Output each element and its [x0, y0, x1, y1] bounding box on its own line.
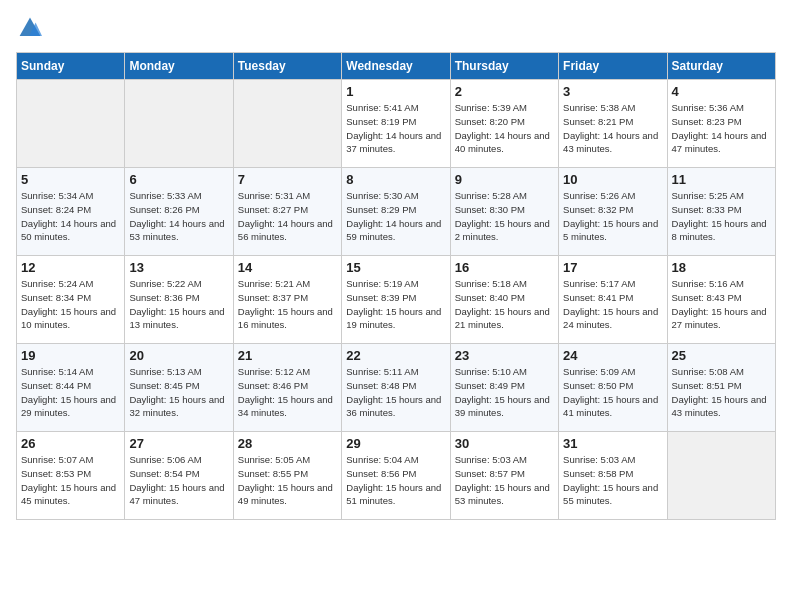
- calendar-cell: 19Sunrise: 5:14 AM Sunset: 8:44 PM Dayli…: [17, 344, 125, 432]
- day-info: Sunrise: 5:33 AM Sunset: 8:26 PM Dayligh…: [129, 189, 228, 244]
- day-info: Sunrise: 5:04 AM Sunset: 8:56 PM Dayligh…: [346, 453, 445, 508]
- day-number: 15: [346, 260, 445, 275]
- day-number: 1: [346, 84, 445, 99]
- calendar-cell: 25Sunrise: 5:08 AM Sunset: 8:51 PM Dayli…: [667, 344, 775, 432]
- day-number: 17: [563, 260, 662, 275]
- calendar-cell: [667, 432, 775, 520]
- calendar-cell: 16Sunrise: 5:18 AM Sunset: 8:40 PM Dayli…: [450, 256, 558, 344]
- day-info: Sunrise: 5:06 AM Sunset: 8:54 PM Dayligh…: [129, 453, 228, 508]
- day-info: Sunrise: 5:26 AM Sunset: 8:32 PM Dayligh…: [563, 189, 662, 244]
- calendar-cell: 9Sunrise: 5:28 AM Sunset: 8:30 PM Daylig…: [450, 168, 558, 256]
- day-info: Sunrise: 5:34 AM Sunset: 8:24 PM Dayligh…: [21, 189, 120, 244]
- day-number: 8: [346, 172, 445, 187]
- day-number: 4: [672, 84, 771, 99]
- calendar-cell: 13Sunrise: 5:22 AM Sunset: 8:36 PM Dayli…: [125, 256, 233, 344]
- day-number: 10: [563, 172, 662, 187]
- day-number: 18: [672, 260, 771, 275]
- day-info: Sunrise: 5:18 AM Sunset: 8:40 PM Dayligh…: [455, 277, 554, 332]
- day-info: Sunrise: 5:31 AM Sunset: 8:27 PM Dayligh…: [238, 189, 337, 244]
- calendar-cell: 28Sunrise: 5:05 AM Sunset: 8:55 PM Dayli…: [233, 432, 341, 520]
- calendar-cell: 14Sunrise: 5:21 AM Sunset: 8:37 PM Dayli…: [233, 256, 341, 344]
- calendar-cell: 22Sunrise: 5:11 AM Sunset: 8:48 PM Dayli…: [342, 344, 450, 432]
- week-row-2: 5Sunrise: 5:34 AM Sunset: 8:24 PM Daylig…: [17, 168, 776, 256]
- calendar-cell: 10Sunrise: 5:26 AM Sunset: 8:32 PM Dayli…: [559, 168, 667, 256]
- day-info: Sunrise: 5:03 AM Sunset: 8:58 PM Dayligh…: [563, 453, 662, 508]
- day-number: 12: [21, 260, 120, 275]
- day-number: 24: [563, 348, 662, 363]
- week-row-4: 19Sunrise: 5:14 AM Sunset: 8:44 PM Dayli…: [17, 344, 776, 432]
- day-number: 27: [129, 436, 228, 451]
- day-number: 21: [238, 348, 337, 363]
- calendar-cell: 5Sunrise: 5:34 AM Sunset: 8:24 PM Daylig…: [17, 168, 125, 256]
- day-number: 3: [563, 84, 662, 99]
- day-header-saturday: Saturday: [667, 53, 775, 80]
- calendar-table: SundayMondayTuesdayWednesdayThursdayFrid…: [16, 52, 776, 520]
- logo-icon: [18, 16, 42, 40]
- day-info: Sunrise: 5:19 AM Sunset: 8:39 PM Dayligh…: [346, 277, 445, 332]
- day-header-sunday: Sunday: [17, 53, 125, 80]
- day-info: Sunrise: 5:41 AM Sunset: 8:19 PM Dayligh…: [346, 101, 445, 156]
- day-number: 22: [346, 348, 445, 363]
- day-number: 6: [129, 172, 228, 187]
- day-number: 2: [455, 84, 554, 99]
- calendar-cell: 30Sunrise: 5:03 AM Sunset: 8:57 PM Dayli…: [450, 432, 558, 520]
- day-info: Sunrise: 5:25 AM Sunset: 8:33 PM Dayligh…: [672, 189, 771, 244]
- calendar-cell: [125, 80, 233, 168]
- day-number: 5: [21, 172, 120, 187]
- day-info: Sunrise: 5:16 AM Sunset: 8:43 PM Dayligh…: [672, 277, 771, 332]
- header: [16, 16, 776, 40]
- day-number: 11: [672, 172, 771, 187]
- calendar-cell: 4Sunrise: 5:36 AM Sunset: 8:23 PM Daylig…: [667, 80, 775, 168]
- day-number: 20: [129, 348, 228, 363]
- calendar-cell: 15Sunrise: 5:19 AM Sunset: 8:39 PM Dayli…: [342, 256, 450, 344]
- day-info: Sunrise: 5:11 AM Sunset: 8:48 PM Dayligh…: [346, 365, 445, 420]
- day-number: 14: [238, 260, 337, 275]
- day-info: Sunrise: 5:24 AM Sunset: 8:34 PM Dayligh…: [21, 277, 120, 332]
- day-info: Sunrise: 5:07 AM Sunset: 8:53 PM Dayligh…: [21, 453, 120, 508]
- calendar-cell: 18Sunrise: 5:16 AM Sunset: 8:43 PM Dayli…: [667, 256, 775, 344]
- day-number: 25: [672, 348, 771, 363]
- day-info: Sunrise: 5:10 AM Sunset: 8:49 PM Dayligh…: [455, 365, 554, 420]
- day-number: 29: [346, 436, 445, 451]
- day-info: Sunrise: 5:28 AM Sunset: 8:30 PM Dayligh…: [455, 189, 554, 244]
- logo: [16, 16, 42, 40]
- day-number: 16: [455, 260, 554, 275]
- week-row-3: 12Sunrise: 5:24 AM Sunset: 8:34 PM Dayli…: [17, 256, 776, 344]
- calendar-cell: [233, 80, 341, 168]
- day-info: Sunrise: 5:12 AM Sunset: 8:46 PM Dayligh…: [238, 365, 337, 420]
- calendar-cell: 3Sunrise: 5:38 AM Sunset: 8:21 PM Daylig…: [559, 80, 667, 168]
- day-number: 19: [21, 348, 120, 363]
- day-info: Sunrise: 5:21 AM Sunset: 8:37 PM Dayligh…: [238, 277, 337, 332]
- calendar-cell: 31Sunrise: 5:03 AM Sunset: 8:58 PM Dayli…: [559, 432, 667, 520]
- day-number: 30: [455, 436, 554, 451]
- calendar-cell: 26Sunrise: 5:07 AM Sunset: 8:53 PM Dayli…: [17, 432, 125, 520]
- day-info: Sunrise: 5:09 AM Sunset: 8:50 PM Dayligh…: [563, 365, 662, 420]
- calendar-cell: 27Sunrise: 5:06 AM Sunset: 8:54 PM Dayli…: [125, 432, 233, 520]
- calendar-cell: 29Sunrise: 5:04 AM Sunset: 8:56 PM Dayli…: [342, 432, 450, 520]
- days-header-row: SundayMondayTuesdayWednesdayThursdayFrid…: [17, 53, 776, 80]
- calendar-cell: 11Sunrise: 5:25 AM Sunset: 8:33 PM Dayli…: [667, 168, 775, 256]
- day-info: Sunrise: 5:03 AM Sunset: 8:57 PM Dayligh…: [455, 453, 554, 508]
- calendar-cell: 8Sunrise: 5:30 AM Sunset: 8:29 PM Daylig…: [342, 168, 450, 256]
- day-header-friday: Friday: [559, 53, 667, 80]
- calendar-cell: 20Sunrise: 5:13 AM Sunset: 8:45 PM Dayli…: [125, 344, 233, 432]
- calendar-cell: 17Sunrise: 5:17 AM Sunset: 8:41 PM Dayli…: [559, 256, 667, 344]
- day-info: Sunrise: 5:39 AM Sunset: 8:20 PM Dayligh…: [455, 101, 554, 156]
- day-info: Sunrise: 5:08 AM Sunset: 8:51 PM Dayligh…: [672, 365, 771, 420]
- day-number: 13: [129, 260, 228, 275]
- day-header-wednesday: Wednesday: [342, 53, 450, 80]
- calendar-cell: [17, 80, 125, 168]
- day-number: 26: [21, 436, 120, 451]
- day-header-monday: Monday: [125, 53, 233, 80]
- day-info: Sunrise: 5:14 AM Sunset: 8:44 PM Dayligh…: [21, 365, 120, 420]
- calendar-cell: 21Sunrise: 5:12 AM Sunset: 8:46 PM Dayli…: [233, 344, 341, 432]
- calendar-cell: 2Sunrise: 5:39 AM Sunset: 8:20 PM Daylig…: [450, 80, 558, 168]
- calendar-cell: 6Sunrise: 5:33 AM Sunset: 8:26 PM Daylig…: [125, 168, 233, 256]
- calendar-cell: 7Sunrise: 5:31 AM Sunset: 8:27 PM Daylig…: [233, 168, 341, 256]
- day-info: Sunrise: 5:36 AM Sunset: 8:23 PM Dayligh…: [672, 101, 771, 156]
- day-number: 9: [455, 172, 554, 187]
- day-number: 28: [238, 436, 337, 451]
- day-info: Sunrise: 5:13 AM Sunset: 8:45 PM Dayligh…: [129, 365, 228, 420]
- day-info: Sunrise: 5:22 AM Sunset: 8:36 PM Dayligh…: [129, 277, 228, 332]
- day-number: 31: [563, 436, 662, 451]
